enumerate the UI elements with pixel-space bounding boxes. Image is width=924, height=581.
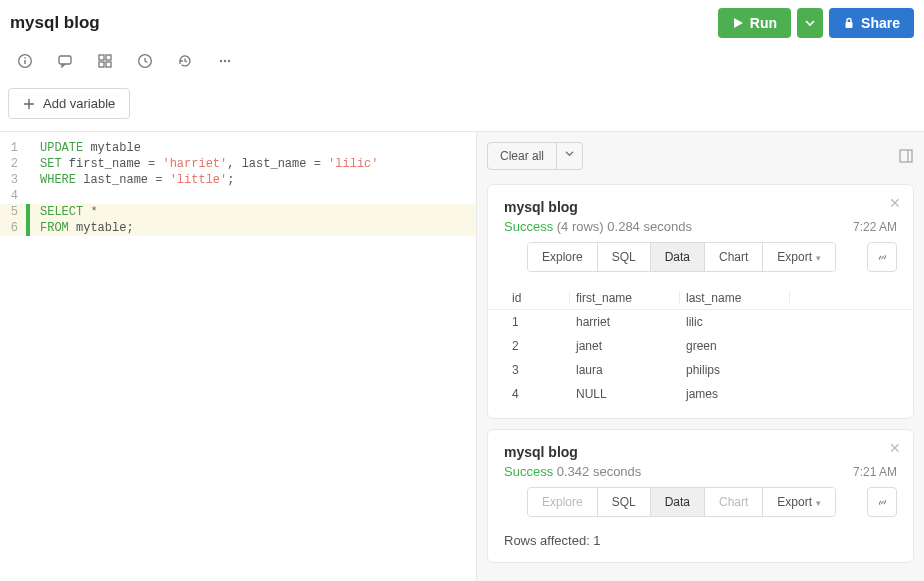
result-card: mysql blogSuccess (4 rows) 0.284 seconds… bbox=[487, 184, 914, 419]
code-content: FROM mytable; bbox=[30, 220, 476, 236]
lock-icon bbox=[843, 17, 855, 29]
table-header-row: idfirst_namelast_name bbox=[488, 282, 913, 310]
chevron-down-icon bbox=[805, 18, 815, 28]
play-icon bbox=[732, 17, 744, 29]
table-cell: lilic bbox=[680, 315, 790, 329]
table-cell: james bbox=[680, 387, 790, 401]
share-button-label: Share bbox=[861, 15, 900, 31]
svg-rect-8 bbox=[106, 62, 111, 67]
tab-chart: Chart bbox=[705, 488, 763, 516]
result-title: mysql blog bbox=[504, 199, 897, 215]
more-icon[interactable] bbox=[216, 52, 234, 70]
tab-explore[interactable]: Explore bbox=[528, 243, 598, 271]
svg-rect-5 bbox=[99, 55, 104, 60]
clear-all-dropdown[interactable] bbox=[556, 143, 582, 169]
table-cell: NULL bbox=[570, 387, 680, 401]
tab-sql[interactable]: SQL bbox=[598, 243, 651, 271]
table-cell: 2 bbox=[506, 339, 570, 353]
chevron-down-icon: ▾ bbox=[816, 498, 821, 508]
tab-export[interactable]: Export▾ bbox=[763, 243, 835, 271]
close-icon[interactable]: ✕ bbox=[889, 195, 901, 211]
grid-icon[interactable] bbox=[96, 52, 114, 70]
result-card: mysql blogSuccess 0.342 seconds7:21 AM✕E… bbox=[487, 429, 914, 563]
run-dropdown-button[interactable] bbox=[797, 8, 823, 38]
svg-point-12 bbox=[228, 60, 230, 62]
tab-export[interactable]: Export▾ bbox=[763, 488, 835, 516]
rows-affected: Rows affected: 1 bbox=[488, 527, 913, 562]
plus-icon bbox=[23, 98, 35, 110]
result-title: mysql blog bbox=[504, 444, 897, 460]
add-variable-label: Add variable bbox=[43, 96, 115, 111]
comment-icon[interactable] bbox=[56, 52, 74, 70]
clear-all-label: Clear all bbox=[488, 143, 556, 169]
code-content: UPDATE mytable bbox=[30, 140, 476, 156]
line-number: 4 bbox=[0, 188, 26, 204]
result-time: 7:21 AM bbox=[853, 465, 897, 479]
chevron-down-icon: ▾ bbox=[816, 253, 821, 263]
svg-rect-2 bbox=[24, 60, 25, 64]
code-content: SET first_name = 'harriet', last_name = … bbox=[30, 156, 476, 172]
table-row[interactable]: 4NULLjames bbox=[488, 382, 913, 406]
editor-line[interactable]: 1UPDATE mytable bbox=[0, 140, 476, 156]
result-status: Success 0.342 seconds bbox=[504, 464, 897, 479]
run-button[interactable]: Run bbox=[718, 8, 791, 38]
chevron-down-icon bbox=[565, 149, 574, 158]
table-cell: harriet bbox=[570, 315, 680, 329]
tab-chart[interactable]: Chart bbox=[705, 243, 763, 271]
table-cell: 3 bbox=[506, 363, 570, 377]
table-cell: philips bbox=[680, 363, 790, 377]
tab-explore: Explore bbox=[528, 488, 598, 516]
tab-data[interactable]: Data bbox=[651, 488, 705, 516]
page-title: mysql blog bbox=[10, 13, 100, 33]
table-row[interactable]: 3lauraphilips bbox=[488, 358, 913, 382]
tab-data[interactable]: Data bbox=[651, 243, 705, 271]
add-variable-button[interactable]: Add variable bbox=[8, 88, 130, 119]
link-icon[interactable] bbox=[867, 242, 897, 272]
line-number: 2 bbox=[0, 156, 26, 172]
share-button[interactable]: Share bbox=[829, 8, 914, 38]
link-icon[interactable] bbox=[867, 487, 897, 517]
info-icon[interactable] bbox=[16, 52, 34, 70]
line-number: 1 bbox=[0, 140, 26, 156]
editor-line[interactable]: 5SELECT * bbox=[0, 204, 476, 220]
svg-rect-4 bbox=[59, 56, 71, 64]
svg-rect-13 bbox=[900, 150, 912, 162]
svg-point-10 bbox=[220, 60, 222, 62]
sql-editor[interactable]: 1UPDATE mytable2SET first_name = 'harrie… bbox=[0, 132, 476, 581]
schedule-icon[interactable] bbox=[136, 52, 154, 70]
table-row[interactable]: 2janetgreen bbox=[488, 334, 913, 358]
svg-rect-6 bbox=[106, 55, 111, 60]
table-cell: green bbox=[680, 339, 790, 353]
tab-sql[interactable]: SQL bbox=[598, 488, 651, 516]
column-header[interactable]: first_name bbox=[570, 291, 680, 305]
column-header[interactable]: id bbox=[506, 291, 570, 305]
table-cell: laura bbox=[570, 363, 680, 377]
editor-line[interactable]: 4 bbox=[0, 188, 476, 204]
code-content bbox=[30, 188, 476, 204]
line-number: 5 bbox=[0, 204, 26, 220]
editor-line[interactable]: 3WHERE last_name = 'little'; bbox=[0, 172, 476, 188]
panel-layout-icon[interactable] bbox=[898, 148, 914, 164]
editor-line[interactable]: 6FROM mytable; bbox=[0, 220, 476, 236]
table-cell: 4 bbox=[506, 387, 570, 401]
close-icon[interactable]: ✕ bbox=[889, 440, 901, 456]
code-content: WHERE last_name = 'little'; bbox=[30, 172, 476, 188]
svg-rect-3 bbox=[24, 57, 25, 58]
code-content: SELECT * bbox=[30, 204, 476, 220]
line-number: 6 bbox=[0, 220, 26, 236]
history-icon[interactable] bbox=[176, 52, 194, 70]
svg-rect-7 bbox=[99, 62, 104, 67]
editor-line[interactable]: 2SET first_name = 'harriet', last_name =… bbox=[0, 156, 476, 172]
svg-rect-0 bbox=[846, 22, 853, 28]
run-button-label: Run bbox=[750, 15, 777, 31]
clear-all-button[interactable]: Clear all bbox=[487, 142, 583, 170]
line-number: 3 bbox=[0, 172, 26, 188]
column-header[interactable]: last_name bbox=[680, 291, 790, 305]
result-time: 7:22 AM bbox=[853, 220, 897, 234]
table-cell: 1 bbox=[506, 315, 570, 329]
table-row[interactable]: 1harrietlilic bbox=[488, 310, 913, 334]
result-status: Success (4 rows) 0.284 seconds bbox=[504, 219, 897, 234]
table-cell: janet bbox=[570, 339, 680, 353]
svg-point-11 bbox=[224, 60, 226, 62]
result-table: idfirst_namelast_name1harrietlilic2janet… bbox=[488, 282, 913, 406]
